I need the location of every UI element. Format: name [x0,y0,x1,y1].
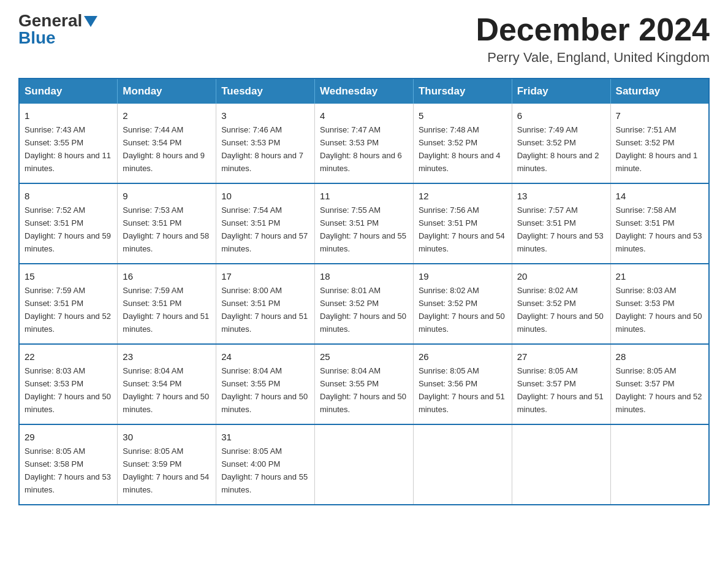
day-info: Sunrise: 7:57 AMSunset: 3:51 PMDaylight:… [517,205,604,253]
day-info: Sunrise: 7:56 AMSunset: 3:51 PMDaylight:… [419,205,505,253]
calendar-cell: 18Sunrise: 8:01 AMSunset: 3:52 PMDayligh… [315,264,414,344]
day-number: 31 [221,430,309,444]
month-title: December 2024 [476,12,710,47]
calendar-table: SundayMondayTuesdayWednesdayThursdayFrid… [18,78,710,505]
calendar-cell: 25Sunrise: 8:04 AMSunset: 3:55 PMDayligh… [315,344,414,424]
day-number: 20 [517,269,605,283]
day-number: 9 [123,189,211,203]
day-number: 27 [517,350,605,364]
day-number: 12 [419,189,507,203]
calendar-cell: 4Sunrise: 7:47 AMSunset: 3:53 PMDaylight… [315,104,414,183]
calendar-cell: 20Sunrise: 8:02 AMSunset: 3:52 PMDayligh… [512,264,610,344]
calendar-cell: 22Sunrise: 8:03 AMSunset: 3:53 PMDayligh… [19,344,118,424]
calendar-week-row: 8Sunrise: 7:52 AMSunset: 3:51 PMDaylight… [19,183,709,264]
day-info: Sunrise: 8:05 AMSunset: 3:58 PMDaylight:… [25,446,111,494]
day-info: Sunrise: 8:04 AMSunset: 3:55 PMDaylight:… [320,366,406,414]
calendar-cell: 3Sunrise: 7:46 AMSunset: 3:53 PMDaylight… [216,104,315,183]
day-info: Sunrise: 7:49 AMSunset: 3:52 PMDaylight:… [517,125,599,173]
day-number: 2 [123,109,211,123]
day-info: Sunrise: 7:51 AMSunset: 3:52 PMDaylight:… [616,125,698,173]
day-number: 30 [123,430,211,444]
day-info: Sunrise: 8:04 AMSunset: 3:54 PMDaylight:… [123,366,209,414]
day-info: Sunrise: 7:43 AMSunset: 3:55 PMDaylight:… [25,125,111,173]
day-info: Sunrise: 7:44 AMSunset: 3:54 PMDaylight:… [123,125,205,173]
calendar-cell: 5Sunrise: 7:48 AMSunset: 3:52 PMDaylight… [413,104,512,183]
day-number: 11 [320,189,408,203]
calendar-cell [610,424,709,505]
calendar-cell: 2Sunrise: 7:44 AMSunset: 3:54 PMDaylight… [118,104,216,183]
day-info: Sunrise: 7:52 AMSunset: 3:51 PMDaylight:… [25,205,111,253]
calendar-week-row: 15Sunrise: 7:59 AMSunset: 3:51 PMDayligh… [19,264,709,344]
day-number: 8 [25,189,112,203]
calendar-cell: 19Sunrise: 8:02 AMSunset: 3:52 PMDayligh… [413,264,512,344]
location-title: Perry Vale, England, United Kingdom [476,50,710,66]
header-friday: Friday [512,79,610,104]
calendar-cell: 12Sunrise: 7:56 AMSunset: 3:51 PMDayligh… [413,183,512,264]
day-number: 1 [25,109,112,123]
day-number: 4 [320,109,408,123]
day-info: Sunrise: 8:00 AMSunset: 3:51 PMDaylight:… [221,286,308,334]
day-info: Sunrise: 8:05 AMSunset: 4:00 PMDaylight:… [221,446,308,494]
calendar-week-row: 22Sunrise: 8:03 AMSunset: 3:53 PMDayligh… [19,344,709,424]
calendar-cell: 21Sunrise: 8:03 AMSunset: 3:53 PMDayligh… [610,264,709,344]
calendar-cell: 8Sunrise: 7:52 AMSunset: 3:51 PMDaylight… [19,183,118,264]
svg-marker-0 [84,16,97,27]
day-info: Sunrise: 8:01 AMSunset: 3:52 PMDaylight:… [320,286,406,334]
day-number: 23 [123,350,211,364]
logo-triangle-icon [84,16,97,27]
calendar-cell: 11Sunrise: 7:55 AMSunset: 3:51 PMDayligh… [315,183,414,264]
day-info: Sunrise: 8:02 AMSunset: 3:52 PMDaylight:… [419,286,505,334]
calendar-cell: 24Sunrise: 8:04 AMSunset: 3:55 PMDayligh… [216,344,315,424]
day-number: 19 [419,269,507,283]
day-number: 13 [517,189,605,203]
day-info: Sunrise: 7:58 AMSunset: 3:51 PMDaylight:… [616,205,702,253]
day-info: Sunrise: 7:53 AMSunset: 3:51 PMDaylight:… [123,205,209,253]
day-number: 17 [221,269,309,283]
day-number: 6 [517,109,605,123]
calendar-cell: 28Sunrise: 8:05 AMSunset: 3:57 PMDayligh… [610,344,709,424]
logo-general-text: General [18,12,82,29]
title-area: December 2024 Perry Vale, England, Unite… [476,12,710,66]
day-number: 5 [419,109,507,123]
day-number: 21 [616,269,703,283]
header-sunday: Sunday [19,79,118,104]
calendar-cell: 29Sunrise: 8:05 AMSunset: 3:58 PMDayligh… [19,424,118,505]
day-info: Sunrise: 8:04 AMSunset: 3:55 PMDaylight:… [221,366,308,414]
day-number: 29 [25,430,112,444]
day-number: 18 [320,269,408,283]
calendar-cell: 23Sunrise: 8:04 AMSunset: 3:54 PMDayligh… [118,344,216,424]
day-info: Sunrise: 7:59 AMSunset: 3:51 PMDaylight:… [123,286,209,334]
day-info: Sunrise: 7:59 AMSunset: 3:51 PMDaylight:… [25,286,111,334]
day-info: Sunrise: 8:05 AMSunset: 3:57 PMDaylight:… [517,366,604,414]
calendar-cell: 15Sunrise: 7:59 AMSunset: 3:51 PMDayligh… [19,264,118,344]
header-tuesday: Tuesday [216,79,315,104]
day-number: 7 [616,109,703,123]
day-number: 22 [25,350,112,364]
calendar-cell: 26Sunrise: 8:05 AMSunset: 3:56 PMDayligh… [413,344,512,424]
calendar-week-row: 29Sunrise: 8:05 AMSunset: 3:58 PMDayligh… [19,424,709,505]
day-number: 10 [221,189,309,203]
day-info: Sunrise: 7:48 AMSunset: 3:52 PMDaylight:… [419,125,501,173]
day-number: 16 [123,269,211,283]
calendar-cell: 7Sunrise: 7:51 AMSunset: 3:52 PMDaylight… [610,104,709,183]
header-monday: Monday [118,79,216,104]
calendar-cell: 27Sunrise: 8:05 AMSunset: 3:57 PMDayligh… [512,344,610,424]
header-wednesday: Wednesday [315,79,414,104]
calendar-cell: 31Sunrise: 8:05 AMSunset: 4:00 PMDayligh… [216,424,315,505]
day-info: Sunrise: 8:05 AMSunset: 3:56 PMDaylight:… [419,366,505,414]
calendar-cell: 30Sunrise: 8:05 AMSunset: 3:59 PMDayligh… [118,424,216,505]
day-info: Sunrise: 8:02 AMSunset: 3:52 PMDaylight:… [517,286,604,334]
calendar-cell: 1Sunrise: 7:43 AMSunset: 3:55 PMDaylight… [19,104,118,183]
calendar-header-row: SundayMondayTuesdayWednesdayThursdayFrid… [19,79,709,104]
day-info: Sunrise: 8:03 AMSunset: 3:53 PMDaylight:… [25,366,111,414]
calendar-cell: 6Sunrise: 7:49 AMSunset: 3:52 PMDaylight… [512,104,610,183]
logo-blue-text: Blue [18,29,56,47]
header-thursday: Thursday [413,79,512,104]
day-info: Sunrise: 7:54 AMSunset: 3:51 PMDaylight:… [221,205,308,253]
day-info: Sunrise: 8:05 AMSunset: 3:59 PMDaylight:… [123,446,209,494]
logo: General Blue [18,12,97,47]
day-info: Sunrise: 8:05 AMSunset: 3:57 PMDaylight:… [616,366,702,414]
day-number: 3 [221,109,309,123]
day-info: Sunrise: 7:55 AMSunset: 3:51 PMDaylight:… [320,205,406,253]
calendar-cell: 9Sunrise: 7:53 AMSunset: 3:51 PMDaylight… [118,183,216,264]
